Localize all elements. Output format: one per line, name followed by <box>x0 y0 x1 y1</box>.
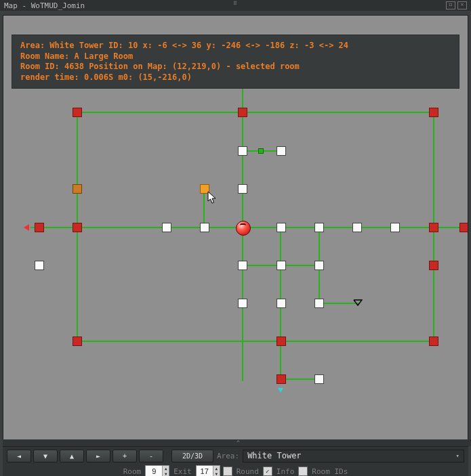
zoom-in-button[interactable]: + <box>112 450 137 462</box>
map-room[interactable] <box>73 184 82 194</box>
zoom-out-button[interactable]: - <box>139 450 163 462</box>
area-select[interactable]: White Tower <box>243 450 464 462</box>
map-room[interactable] <box>314 374 324 384</box>
info-line: Room ID: 4638 Position on Map: (12,219,0… <box>20 62 300 71</box>
map-canvas[interactable]: Area: White Tower ID: 10 x: -6 <-> 36 y:… <box>3 15 468 441</box>
panel-collapse-handle[interactable]: ^ <box>3 439 471 446</box>
room-size-label: Room <box>122 467 143 476</box>
map-room[interactable] <box>277 374 286 384</box>
map-room[interactable] <box>238 146 247 156</box>
map-room[interactable] <box>162 223 171 232</box>
round-label: Round <box>235 467 260 476</box>
exit-size-label: Exit <box>172 467 193 476</box>
map-room[interactable] <box>238 184 247 194</box>
info-panel: Area: White Tower ID: 10 x: -6 <-> 36 y:… <box>12 35 459 89</box>
map-room[interactable] <box>238 108 247 117</box>
map-room[interactable] <box>238 261 247 270</box>
exit-size-stepper[interactable]: ▲▼ <box>196 465 220 477</box>
window-title: Map - WoTMUD_Jomin <box>4 1 446 10</box>
round-checkbox[interactable] <box>223 467 232 476</box>
exit-size-input[interactable] <box>197 467 213 476</box>
map-room[interactable] <box>200 223 209 232</box>
roomids-label: Room IDs <box>310 467 349 476</box>
exit-arrow-down <box>278 388 283 393</box>
map-room[interactable] <box>314 223 324 232</box>
chevron-up-icon[interactable]: ▲ <box>213 466 220 472</box>
info-line: Room Name: A Large Room <box>20 51 133 61</box>
info-line: Area: White Tower ID: 10 x: -6 <-> 36 y:… <box>20 41 348 50</box>
map-room[interactable] <box>277 261 286 270</box>
chevron-down-icon[interactable]: ▼ <box>213 471 220 476</box>
map-room[interactable] <box>277 146 286 156</box>
info-checkbox[interactable]: ✓ <box>263 467 272 476</box>
map-room[interactable] <box>429 261 438 270</box>
map-room[interactable] <box>73 337 82 346</box>
stair-down-icon <box>353 299 363 306</box>
detach-icon[interactable]: ◻ <box>446 1 455 9</box>
room-size-stepper[interactable]: ▲▼ <box>145 465 169 477</box>
drag-handle-icon[interactable]: ⠿ <box>233 1 238 7</box>
toggle-2d3d-button[interactable]: 2D/3D <box>171 450 213 462</box>
exit-arrow-west <box>24 224 29 231</box>
map-room[interactable] <box>35 223 44 232</box>
close-icon[interactable]: ✕ <box>457 1 467 9</box>
area-label: Area: <box>216 452 241 460</box>
map-room[interactable] <box>390 223 400 232</box>
pan-right-button[interactable]: ► <box>86 450 110 462</box>
map-room[interactable] <box>200 184 209 194</box>
map-room[interactable] <box>73 223 82 232</box>
pan-down-button[interactable]: ▼ <box>33 450 58 462</box>
map-room[interactable] <box>277 223 286 232</box>
bottom-toolbar: ◄ ▼ ▲ ► + - 2D/3D Area: White Tower Room… <box>3 446 468 476</box>
map-room[interactable] <box>277 337 286 346</box>
map-room[interactable] <box>429 108 438 117</box>
map-room[interactable] <box>429 223 438 232</box>
title-bar: ⠿ Map - WoTMUD_Jomin ◻ ✕ <box>0 0 471 11</box>
map-room[interactable] <box>238 299 247 308</box>
chevron-down-icon[interactable]: ▼ <box>163 471 169 476</box>
selected-room-marker[interactable] <box>236 221 251 236</box>
map-room[interactable] <box>314 261 324 270</box>
map-room[interactable] <box>352 223 362 232</box>
pan-left-button[interactable]: ◄ <box>7 450 31 462</box>
map-room[interactable] <box>277 299 286 308</box>
chevron-up-icon[interactable]: ▲ <box>163 466 169 472</box>
info-label: Info <box>275 467 296 476</box>
map-room[interactable] <box>35 261 44 270</box>
roomids-checkbox[interactable] <box>298 467 308 476</box>
room-size-input[interactable] <box>146 467 162 476</box>
map-room[interactable] <box>73 108 82 117</box>
map-room[interactable] <box>314 299 324 308</box>
map-room[interactable] <box>459 223 468 232</box>
pan-up-button[interactable]: ▲ <box>60 450 84 462</box>
door-marker <box>258 148 264 154</box>
info-line: render time: 0.006S m0: (15,-216,0) <box>20 72 192 82</box>
map-room[interactable] <box>429 337 438 346</box>
